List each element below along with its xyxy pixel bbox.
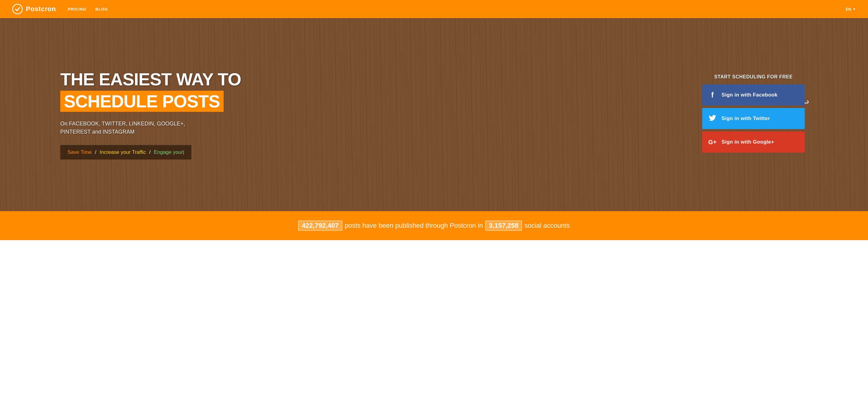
hero-heading-highlight: SCHEDULE POSTS <box>60 91 224 112</box>
hero-section: THE EASIEST WAY TO SCHEDULE POSTS On FAC… <box>0 18 868 211</box>
hero-tagline-box: Save Time / Increase your Traffic / Enga… <box>60 145 191 160</box>
stats-text-end: social accounts <box>524 222 569 230</box>
stats-text-middle: posts have been published through Postcr… <box>345 222 483 230</box>
signin-facebook-label: Sign in with Facebook <box>721 92 799 98</box>
google-plus-icon: G+ <box>708 139 717 146</box>
navbar-right[interactable]: EN ▼ <box>846 7 856 11</box>
stats-bar: 422,792,407 posts have been published th… <box>0 211 868 240</box>
nav-blog[interactable]: BLOG <box>96 7 108 11</box>
signin-twitter-label: Sign in with Twitter <box>721 116 799 121</box>
logo-text: Postcron <box>26 5 56 13</box>
hero-heading-line1: THE EASIEST WAY TO <box>60 70 241 89</box>
hero-subtext-line2: PINTEREST and INSTAGRAM <box>60 129 134 135</box>
tagline-save-time: Save Time <box>67 149 92 155</box>
stats-posts-count: 422,792,407 <box>298 221 342 231</box>
navbar-left: Postcron PRICING BLOG <box>12 4 108 15</box>
tagline-traffic: Increase your Traffic <box>100 149 146 155</box>
hero-content: THE EASIEST WAY TO SCHEDULE POSTS On FAC… <box>60 70 241 160</box>
nav-pricing[interactable]: PRICING <box>68 7 86 11</box>
tagline-sep-2: / <box>149 149 151 155</box>
signin-panel: START SCHEDULING FOR FREE f Sign in with… <box>702 74 805 155</box>
logo-icon <box>12 4 23 15</box>
svg-point-0 <box>13 4 22 14</box>
signin-google-label: Sign in with Google+ <box>721 139 799 145</box>
signin-title: START SCHEDULING FOR FREE <box>702 74 805 80</box>
hero-subtext-line1: On FACEBOOK, TWITTER, LINKEDIN, GOOGLE+, <box>60 121 185 127</box>
signin-twitter-button[interactable]: Sign in with Twitter <box>702 108 805 129</box>
navbar: Postcron PRICING BLOG EN ▼ <box>0 0 868 18</box>
facebook-icon: f <box>708 91 717 99</box>
logo-area[interactable]: Postcron <box>12 4 56 15</box>
lang-arrow-icon: ▼ <box>852 7 856 11</box>
signin-facebook-button[interactable]: f Sign in with Facebook <box>702 84 805 106</box>
lang-selector[interactable]: EN <box>846 7 851 11</box>
tagline-sep-1: / <box>95 149 96 155</box>
hero-subtext: On FACEBOOK, TWITTER, LINKEDIN, GOOGLE+,… <box>60 120 241 136</box>
twitter-icon <box>708 114 717 123</box>
tagline-engage: Engage your| <box>154 149 184 155</box>
stats-accounts-count: 3,157,258 <box>485 221 522 231</box>
nav-links: PRICING BLOG <box>68 7 108 11</box>
signin-google-button[interactable]: G+ Sign in with Google+ <box>702 132 805 153</box>
hero-tagline: Save Time / Increase your Traffic / Enga… <box>67 149 184 155</box>
hero-heading-highlight-wrapper: SCHEDULE POSTS <box>60 89 241 114</box>
